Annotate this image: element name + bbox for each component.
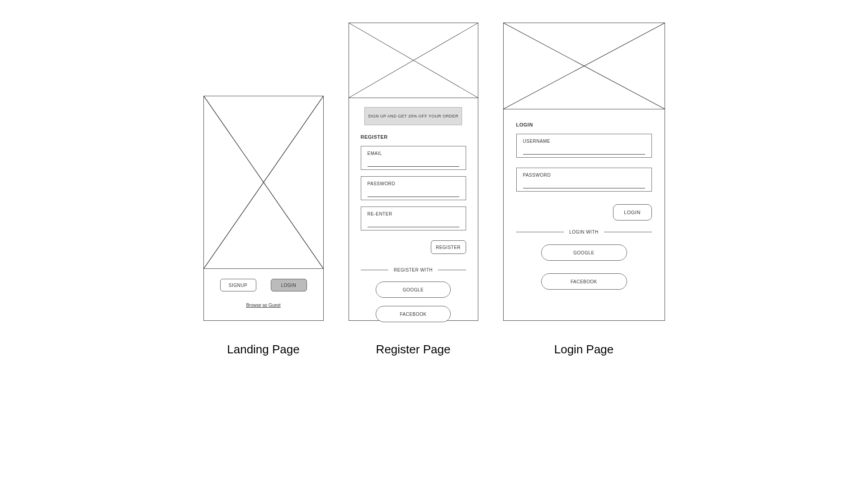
- register-reenter-label: RE-ENTER: [368, 211, 459, 216]
- login-with-label: LOGIN WITH: [569, 230, 598, 235]
- landing-column: SIGNUP LOGIN Browse as Guest Landing Pag…: [203, 96, 324, 357]
- login-password-field[interactable]: PASSWORD: [516, 168, 652, 192]
- register-google-button[interactable]: GOOGLE: [376, 282, 451, 298]
- register-reenter-input[interactable]: [368, 219, 459, 227]
- register-password-label: PASSWORD: [368, 181, 459, 186]
- register-email-input[interactable]: [368, 159, 459, 167]
- login-column: LOGIN USERNAME PASSWORD LOGIN LOGIN WITH: [503, 23, 665, 357]
- register-facebook-button[interactable]: FACEBOOK: [376, 306, 451, 322]
- login-facebook-button[interactable]: FACEBOOK: [541, 273, 627, 290]
- login-submit-button[interactable]: LOGIN: [613, 204, 652, 221]
- login-button[interactable]: LOGIN: [271, 279, 307, 291]
- login-caption: Login Page: [554, 343, 614, 357]
- register-reenter-field[interactable]: RE-ENTER: [361, 206, 466, 230]
- browse-as-guest-link[interactable]: Browse as Guest: [246, 303, 280, 308]
- login-hero-image-placeholder: [503, 23, 665, 109]
- login-with-divider: LOGIN WITH: [516, 230, 652, 235]
- register-with-label: REGISTER WITH: [394, 267, 433, 272]
- login-title: LOGIN: [516, 122, 652, 127]
- login-password-label: PASSWORD: [523, 173, 645, 178]
- promo-banner: SIGN UP AND GET 20% OFF YOUR ORDER: [364, 107, 462, 125]
- login-username-field[interactable]: USERNAME: [516, 134, 652, 158]
- login-password-input[interactable]: [523, 180, 645, 188]
- register-caption: Register Page: [376, 343, 451, 357]
- register-column: SIGN UP AND GET 20% OFF YOUR ORDER REGIS…: [349, 23, 478, 357]
- register-with-divider: REGISTER WITH: [361, 267, 466, 272]
- login-username-input[interactable]: [523, 146, 645, 155]
- signup-button[interactable]: SIGNUP: [220, 279, 256, 291]
- login-username-label: USERNAME: [523, 139, 645, 144]
- login-google-button[interactable]: GOOGLE: [541, 244, 627, 261]
- register-hero-image-placeholder: [349, 23, 478, 98]
- register-panel: SIGN UP AND GET 20% OFF YOUR ORDER REGIS…: [349, 23, 478, 321]
- register-submit-button[interactable]: REGISTER: [431, 240, 466, 254]
- landing-caption: Landing Page: [227, 343, 299, 357]
- register-email-field[interactable]: EMAIL: [361, 146, 466, 170]
- register-password-field[interactable]: PASSWORD: [361, 176, 466, 200]
- landing-panel: SIGNUP LOGIN Browse as Guest: [203, 96, 324, 321]
- landing-hero-image-placeholder: [203, 96, 324, 269]
- login-panel: LOGIN USERNAME PASSWORD LOGIN LOGIN WITH: [503, 23, 665, 321]
- register-password-input[interactable]: [368, 189, 459, 197]
- register-email-label: EMAIL: [368, 151, 459, 156]
- register-title: REGISTER: [361, 134, 466, 140]
